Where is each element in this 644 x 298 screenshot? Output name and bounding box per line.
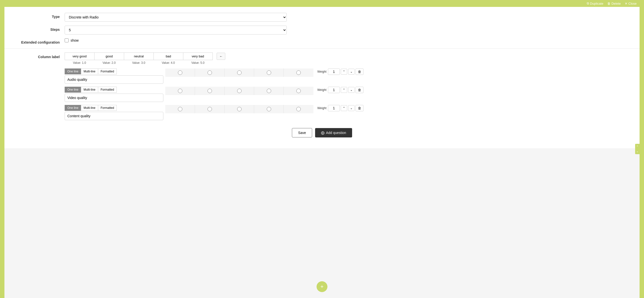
- radio-1-3[interactable]: [237, 70, 242, 75]
- move-down-button-1[interactable]: ⌄: [348, 69, 354, 75]
- save-button[interactable]: Save: [292, 128, 312, 138]
- radio-cell-3-1: [165, 105, 195, 113]
- close-button[interactable]: ✕ Close: [625, 2, 636, 5]
- question-left-3: One line Multi-line Formatted: [10, 105, 163, 120]
- column-values-row: Value: 1.0 Value: 2.0 Value: 3.0 Value: …: [65, 61, 287, 65]
- radio-cell-1-1: [165, 68, 195, 77]
- radio-cell-1-5: [284, 68, 313, 77]
- tab-one-line-1[interactable]: One line: [65, 68, 81, 74]
- radio-cell-3-3: [224, 105, 254, 113]
- column-label-input-5[interactable]: [183, 52, 213, 60]
- radio-cell-1-3: [224, 68, 254, 77]
- column-label-label: Column label: [10, 52, 65, 59]
- column-label-input-4[interactable]: [154, 52, 183, 60]
- questions-area: One line Multi-line Formatted: [4, 68, 640, 120]
- trash-icon: 🗑: [607, 2, 610, 5]
- steps-control: 1234 5678 910: [65, 26, 287, 34]
- col-val-3: Value: 3.0: [124, 61, 154, 65]
- weight-label-2: Weight: [317, 88, 326, 92]
- weight-section-3: Weight ⌃ ⌄ 🗑: [317, 105, 364, 111]
- extended-config-checkbox[interactable]: [65, 38, 68, 42]
- column-label-row: Column label ← Value: 1.0 Value: 2.0 Va: [4, 50, 640, 65]
- tab-multi-line-2[interactable]: Multi-line: [81, 87, 98, 93]
- extended-config-label: Extended configuration: [10, 38, 65, 44]
- radio-cells-1: [165, 68, 313, 77]
- weight-label-1: Weight: [317, 70, 326, 73]
- scroll-down-icon: ⌄: [636, 150, 638, 153]
- question-text-input-1[interactable]: [65, 75, 163, 84]
- radio-3-2[interactable]: [208, 107, 212, 111]
- back-arrow-button[interactable]: ←: [217, 53, 225, 60]
- delete-question-button-3[interactable]: 🗑: [356, 105, 364, 111]
- radio-1-2[interactable]: [208, 70, 212, 75]
- move-up-button-1[interactable]: ⌃: [341, 69, 347, 75]
- tab-multi-line-3[interactable]: Multi-line: [81, 105, 98, 111]
- main-container: ⧉ Duplicate 🗑 Delete ✕ Close ⌃ ⌄ Type Di…: [4, 0, 640, 298]
- delete-question-button-2[interactable]: 🗑: [356, 87, 364, 93]
- weight-section-2: Weight ⌃ ⌄ 🗑: [317, 87, 364, 93]
- radio-cell-3-4: [254, 105, 284, 113]
- radio-3-3[interactable]: [237, 107, 242, 111]
- radio-2-2[interactable]: [208, 89, 212, 93]
- question-left-1: One line Multi-line Formatted: [10, 68, 163, 84]
- add-question-button[interactable]: ⨁ Add question: [315, 128, 352, 138]
- column-labels-inputs: [65, 52, 213, 60]
- tab-one-line-3[interactable]: One line: [65, 105, 81, 111]
- type-control: Discrete with Radio Discrete with Slider…: [65, 13, 287, 22]
- tab-one-line-2[interactable]: One line: [65, 87, 81, 93]
- move-down-button-3[interactable]: ⌄: [348, 105, 354, 111]
- column-label-input-3[interactable]: [124, 52, 154, 60]
- radio-cell-1-2: [195, 68, 224, 77]
- delete-label: Delete: [612, 2, 621, 5]
- type-select[interactable]: Discrete with Radio Discrete with Slider…: [65, 13, 287, 22]
- steps-row: Steps 1234 5678 910: [4, 26, 640, 34]
- radio-1-5[interactable]: [296, 70, 301, 75]
- radio-3-1[interactable]: [178, 107, 182, 111]
- radio-3-4[interactable]: [267, 107, 271, 111]
- weight-label-3: Weight: [317, 106, 326, 110]
- radio-2-3[interactable]: [237, 89, 242, 93]
- question-input-row-2: [10, 94, 163, 102]
- radio-2-4[interactable]: [267, 89, 271, 93]
- delete-button[interactable]: 🗑 Delete: [607, 2, 621, 5]
- col-val-1: Value: 1.0: [65, 61, 94, 65]
- weight-input-1[interactable]: [328, 68, 340, 75]
- radio-1-1[interactable]: [178, 70, 182, 75]
- tab-formatted-2[interactable]: Formatted: [98, 87, 117, 93]
- fab-button[interactable]: +: [316, 281, 328, 292]
- question-text-input-2[interactable]: [65, 94, 163, 102]
- question-text-input-3[interactable]: [65, 112, 163, 120]
- radio-2-5[interactable]: [296, 89, 301, 93]
- steps-select[interactable]: 1234 5678 910: [65, 26, 287, 34]
- extended-config-control: show: [65, 38, 287, 42]
- weight-input-3[interactable]: [328, 105, 340, 111]
- fab-plus-icon: +: [320, 284, 324, 290]
- radio-3-5[interactable]: [296, 107, 301, 111]
- move-up-button-2[interactable]: ⌃: [341, 87, 347, 93]
- weight-input-2[interactable]: [328, 87, 340, 93]
- tab-formatted-1[interactable]: Formatted: [98, 68, 117, 74]
- move-down-button-2[interactable]: ⌄: [348, 87, 354, 93]
- delete-question-button-1[interactable]: 🗑: [356, 68, 364, 75]
- column-label-input-1[interactable]: [65, 52, 94, 60]
- column-label-input-2[interactable]: [94, 52, 124, 60]
- close-label: Close: [628, 2, 636, 5]
- question-left-2: One line Multi-line Formatted: [10, 87, 163, 102]
- plus-circle-icon: ⨁: [321, 131, 324, 135]
- radio-cell-2-4: [254, 87, 284, 95]
- tab-multi-line-1[interactable]: Multi-line: [81, 68, 98, 74]
- radio-cell-3-5: [284, 105, 313, 113]
- type-label: Type: [10, 13, 65, 19]
- move-up-button-3[interactable]: ⌃: [341, 105, 347, 111]
- add-question-label: Add question: [326, 131, 346, 135]
- radio-2-1[interactable]: [178, 89, 182, 93]
- duplicate-label: Duplicate: [590, 2, 603, 5]
- radio-cell-3-2: [195, 105, 224, 113]
- radio-1-4[interactable]: [267, 70, 271, 75]
- scroll-up-icon: ⌃: [636, 145, 638, 148]
- radio-cell-2-3: [224, 87, 254, 95]
- scroll-indicator: ⌃ ⌄: [635, 144, 640, 154]
- tab-formatted-3[interactable]: Formatted: [98, 105, 117, 111]
- close-icon: ✕: [625, 2, 628, 5]
- duplicate-button[interactable]: ⧉ Duplicate: [587, 1, 603, 5]
